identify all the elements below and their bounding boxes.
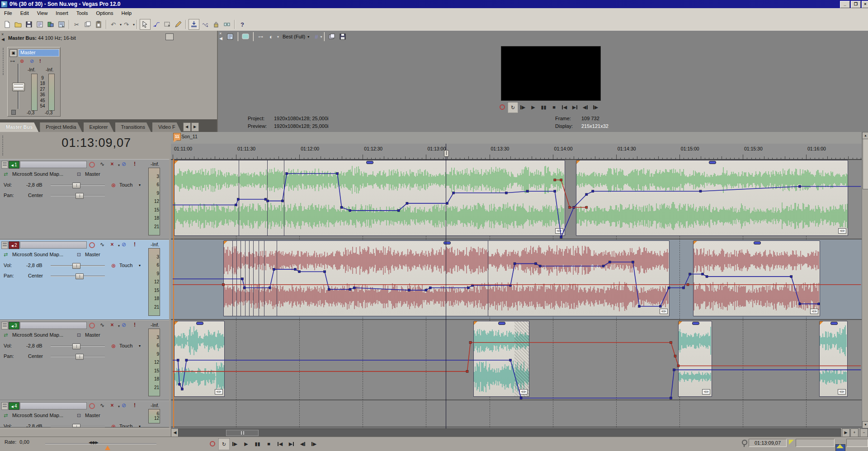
bus-icon[interactable]: ⊡ xyxy=(77,332,81,338)
fade-corner-icon[interactable] xyxy=(693,241,697,244)
crossfade-icon[interactable]: ⊲⊳ xyxy=(702,389,710,395)
dropdown-icon[interactable]: ▾ xyxy=(139,183,141,187)
menu-help[interactable]: Help xyxy=(117,9,136,17)
dropdown-icon[interactable]: ▾ xyxy=(133,23,135,27)
menu-edit[interactable]: Edit xyxy=(16,9,33,17)
track-header-3[interactable]: ◀3∿×▾⊘!-Inf.⇄Microsoft Sound Map...⊡Mast… xyxy=(0,320,169,400)
title-bar[interactable]: ▶ 0% (30 of 30) - Son Nu.veg - Vegas Pro… xyxy=(0,0,868,8)
fade-corner-icon[interactable] xyxy=(224,241,227,244)
volume-slider-thumb[interactable] xyxy=(72,183,80,188)
grid-overlay-icon[interactable]: # xyxy=(315,33,318,40)
mute-icon[interactable]: ⊘ xyxy=(120,241,127,248)
stop-button[interactable]: ■ xyxy=(549,102,559,112)
pan-slider-thumb[interactable] xyxy=(75,354,84,360)
solo-icon[interactable]: ! xyxy=(39,58,41,64)
timecode-display[interactable]: 01:13:09,07 xyxy=(61,136,131,150)
insert-fx-icon[interactable]: ⊶ xyxy=(258,34,263,40)
status-field-3[interactable] xyxy=(846,439,868,447)
go-to-start-button[interactable]: ◀ xyxy=(275,438,285,449)
menu-tools[interactable]: Tools xyxy=(72,9,92,17)
preview-quality-icon[interactable]: ◐ xyxy=(266,32,276,42)
marker-flag[interactable]: 11 xyxy=(173,133,181,141)
track-minimize-button[interactable] xyxy=(1,322,8,329)
audio-event-track3[interactable]: ⊲⊳ xyxy=(819,321,848,397)
preview-quality-value[interactable]: Best (Full) xyxy=(283,34,305,39)
new-project[interactable] xyxy=(2,19,12,29)
zoom-in-button[interactable]: + xyxy=(850,428,859,437)
status-timecode-field[interactable]: 01:13:09,07 xyxy=(749,439,787,447)
marker-bar[interactable]: 11Son_11 xyxy=(171,132,862,144)
hscroll-track[interactable] xyxy=(178,428,841,437)
track-name-input[interactable] xyxy=(20,322,87,329)
go-to-start-button[interactable]: ◀ xyxy=(560,102,569,112)
selection-edit-tool[interactable] xyxy=(162,19,172,29)
dropdown-icon[interactable]: ▾ xyxy=(320,35,322,39)
pan-slider-thumb[interactable] xyxy=(75,193,84,199)
automation-mode[interactable]: Touch xyxy=(119,423,132,428)
automation-gear-icon[interactable]: ⊛ xyxy=(111,263,116,269)
play-button[interactable]: ▶ xyxy=(241,438,251,449)
go-to-end-button[interactable]: ▶ xyxy=(570,102,580,112)
track-lane-4[interactable] xyxy=(171,400,862,428)
record-arm-button[interactable] xyxy=(89,242,95,248)
automation-gear-icon[interactable]: ⊛ xyxy=(111,343,116,349)
fade-corner-icon[interactable] xyxy=(474,321,477,325)
solo-icon[interactable]: ! xyxy=(131,160,138,168)
track-header-4[interactable]: ◀4∿×▾⊘!-Inf.⇄Microsoft Sound Map...⊡Mast… xyxy=(0,400,169,428)
render-as[interactable] xyxy=(46,19,56,29)
restore-button[interactable]: ❐ xyxy=(851,1,861,8)
automation-gear-icon[interactable]: ⊛ xyxy=(111,423,116,428)
ignore-event-grouping[interactable] xyxy=(222,19,232,29)
auto-ripple[interactable] xyxy=(200,19,210,29)
undo[interactable]: ↶ xyxy=(109,19,119,29)
audio-event-track2[interactable]: ⊲⊳ xyxy=(223,240,670,316)
edit-details-icon[interactable] xyxy=(165,33,174,40)
automation-gear-icon[interactable]: ⊛ xyxy=(111,182,116,188)
go-to-end-button[interactable]: ▶ xyxy=(286,438,297,449)
track-name-input[interactable] xyxy=(20,161,87,168)
tab-master-bus[interactable]: Master Bus xyxy=(0,122,38,132)
copy-snapshot-icon[interactable] xyxy=(327,32,337,42)
tab-project-media[interactable]: Project Media xyxy=(40,122,82,132)
record-arm-button[interactable] xyxy=(89,323,95,329)
pan-slider-thumb[interactable] xyxy=(75,273,84,279)
automation-mode[interactable]: Touch xyxy=(119,343,132,348)
rate-marker-icon[interactable] xyxy=(105,446,110,450)
solo-icon[interactable]: ! xyxy=(131,241,138,248)
redo[interactable]: ↷ xyxy=(122,19,132,29)
marker-tool-icon[interactable] xyxy=(789,440,794,445)
fade-corner-icon[interactable] xyxy=(175,160,178,164)
tab-video-f[interactable]: Video F xyxy=(152,122,181,132)
timeline[interactable]: 11Son_11 01:11:0001:11:3001:12:0001:12:3… xyxy=(171,132,862,428)
whats-this-help[interactable]: ? xyxy=(237,19,247,29)
hscroll-thumb[interactable] xyxy=(226,430,259,436)
close-icon[interactable]: × xyxy=(1,33,4,37)
menu-file[interactable]: File xyxy=(0,9,16,17)
volume-slider[interactable] xyxy=(51,426,105,427)
save-project[interactable] xyxy=(24,19,34,29)
scroll-right-icon[interactable]: ▶ xyxy=(842,428,850,437)
next-frame-button[interactable]: ▶ xyxy=(591,102,600,112)
track-fx-button[interactable]: × xyxy=(108,321,116,329)
mute-icon[interactable]: ⊘ xyxy=(120,160,127,168)
minimize-button[interactable]: _ xyxy=(840,1,850,8)
track-header-1[interactable]: ◀1∿×▾⊘!-Inf.⇄Microsoft Sound Map...⊡Mast… xyxy=(0,159,169,240)
paint-edit-tool[interactable] xyxy=(173,19,183,29)
track-header-2[interactable]: ◀2∿×▾⊘!-Inf.⇄Microsoft Sound Map...⊡Mast… xyxy=(0,240,169,320)
enable-snapping[interactable] xyxy=(189,19,199,30)
track-fx-button[interactable]: × xyxy=(108,241,116,248)
pushpin-icon[interactable] xyxy=(742,440,747,445)
record-button[interactable]: ● xyxy=(497,102,507,112)
cut[interactable]: ✂ xyxy=(72,19,82,29)
crossfade-icon[interactable]: ⊲⊳ xyxy=(838,228,846,234)
close-icon[interactable]: × xyxy=(219,32,222,36)
master-fader[interactable] xyxy=(12,83,25,91)
tab-explorer[interactable]: Explorer xyxy=(84,122,114,132)
mute-icon[interactable]: ⊘ xyxy=(30,58,34,64)
record-button[interactable]: ● xyxy=(207,438,217,449)
volume-slider-thumb[interactable] xyxy=(72,263,80,269)
timeline-vscrollbar[interactable]: ▲ ▼ xyxy=(862,132,868,428)
menu-options[interactable]: Options xyxy=(92,9,118,17)
track-envelope-icon[interactable]: ∿ xyxy=(99,160,106,168)
video-output-icon[interactable] xyxy=(241,32,250,42)
